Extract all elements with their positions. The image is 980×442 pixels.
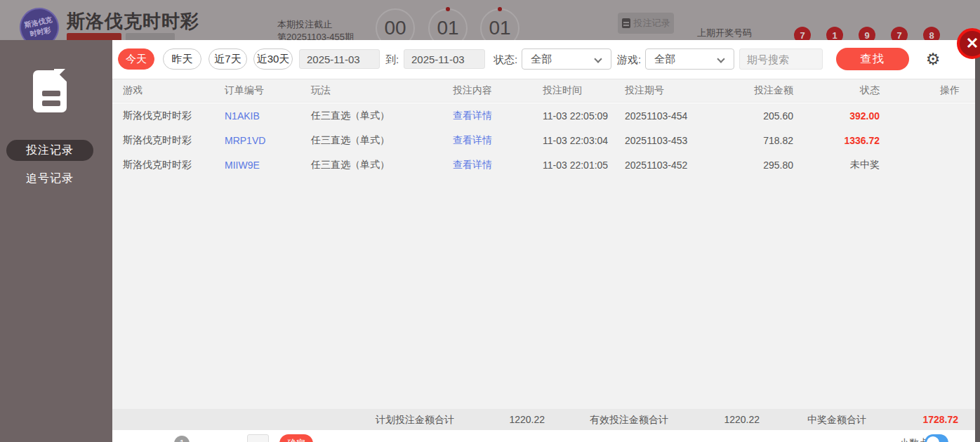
game-select[interactable]: 全部 <box>645 48 734 70</box>
valid-total-value: 1220.22 <box>675 414 760 425</box>
table-header: 游戏 订单编号 玩法 投注内容 投注时间 投注期号 投注金额 状态 操作 <box>112 79 975 103</box>
filter-bar: 今天 昨天 近7天 近30天 到: 状态: 全部 游戏: 全部 查找 ⚙ <box>112 40 975 78</box>
bet-record-button[interactable]: 投注记录 <box>618 13 674 34</box>
date-to-label: 到: <box>385 53 399 67</box>
cell-game: 斯洛伐克时时彩 <box>123 134 225 147</box>
decimal-toggle-knob <box>927 436 939 442</box>
col-amount: 投注金额 <box>709 84 793 97</box>
chevron-down-icon <box>717 55 724 63</box>
bet-records-modal: 今天 昨天 近7天 近30天 到: 状态: 全部 游戏: 全部 查找 ⚙ 游戏 … <box>112 40 975 442</box>
sidebar-item-label: 追号记录 <box>26 171 74 186</box>
cell-play: 任三直选（单式） <box>311 159 453 171</box>
last-draw-label: 上期开奖号码 <box>697 27 752 39</box>
filter-last30days-button[interactable]: 近30天 <box>253 48 293 70</box>
bet-record-button-label: 投注记录 <box>634 17 670 30</box>
status-select-value: 全部 <box>531 53 552 66</box>
page-jump-button[interactable]: 确定 <box>279 434 313 442</box>
current-page-button[interactable]: 1 <box>174 436 190 442</box>
col-time: 投注时间 <box>543 84 625 97</box>
date-from-input[interactable] <box>299 49 380 69</box>
page-header-underlay: 斯洛伐克 时时彩 斯洛伐克时时彩 本期投注截止 第20251103-455期 0… <box>0 0 980 40</box>
records-icon-line <box>42 91 60 96</box>
deadline-label: 本期投注截止 <box>277 18 332 31</box>
sidebar-item-bet-records[interactable]: 投注记录 <box>6 140 93 161</box>
countdown-minutes: 01 <box>428 8 468 40</box>
page-title: 斯洛伐克时时彩 <box>67 9 199 34</box>
countdown-dot <box>498 7 502 11</box>
records-sidebar: 投注记录 追号记录 <box>0 40 112 442</box>
order-no-link[interactable]: N1AKIB <box>225 110 311 122</box>
overlay-edge <box>975 40 980 442</box>
countdown-hours: 00 <box>376 8 415 40</box>
cell-period: 20251103-452 <box>625 160 709 171</box>
document-icon <box>622 18 630 28</box>
records-icon-fold <box>54 69 65 80</box>
col-order-no: 订单编号 <box>225 84 311 97</box>
status-select[interactable]: 全部 <box>522 48 611 70</box>
countdown-dot <box>446 7 450 11</box>
win-total-label: 中奖金额合计 <box>807 414 866 427</box>
col-play: 玩法 <box>311 84 453 97</box>
period-search-input[interactable] <box>739 48 823 70</box>
cell-status: 1336.72 <box>793 135 880 146</box>
draw-number-ball: 8 <box>923 27 940 40</box>
plan-total-value: 1220.22 <box>461 414 545 425</box>
first-page-button[interactable]: « <box>130 437 136 442</box>
table-row: 斯洛伐克时时彩 N1AKIB 任三直选（单式） 查看详情 11-03 22:05… <box>112 103 975 128</box>
order-no-link[interactable]: MIIW9E <box>225 160 311 171</box>
cell-amount: 295.80 <box>709 160 793 171</box>
date-to-input[interactable] <box>404 49 485 69</box>
draw-number-ball: 7 <box>891 27 908 40</box>
game-filter-label: 游戏: <box>617 53 641 67</box>
view-details-link[interactable]: 查看详情 <box>453 159 543 171</box>
col-game: 游戏 <box>123 84 225 97</box>
view-details-link[interactable]: 查看详情 <box>453 110 543 122</box>
view-details-link[interactable]: 查看详情 <box>453 134 543 147</box>
countdown-seconds: 01 <box>480 8 519 40</box>
cell-time: 11-03 22:05:09 <box>543 110 625 122</box>
cell-play: 任三直选（单式） <box>311 134 453 147</box>
draw-number-ball: 9 <box>859 27 875 40</box>
gear-icon[interactable]: ⚙ <box>923 49 943 69</box>
col-period: 投注期号 <box>625 84 709 97</box>
prev-page-button[interactable]: ‹ <box>154 437 159 442</box>
col-content: 投注内容 <box>453 84 543 97</box>
decimal-toggle[interactable] <box>925 434 948 442</box>
cell-amount: 718.82 <box>709 135 793 146</box>
draw-number-ball: 1 <box>826 27 843 40</box>
cell-status: 392.00 <box>793 110 880 122</box>
table-row: 斯洛伐克时时彩 MIIW9E 任三直选（单式） 查看详情 11-03 22:01… <box>112 152 975 177</box>
status-filter-label: 状态: <box>494 53 517 67</box>
header-tag-button-gray[interactable] <box>126 33 175 40</box>
chevron-down-icon <box>594 55 602 63</box>
current-period-number: 第20251103-455期 <box>277 31 354 40</box>
cell-time: 11-03 22:03:04 <box>543 135 625 146</box>
next-page-button[interactable]: › <box>204 437 208 442</box>
filter-last7days-button[interactable]: 近7天 <box>208 48 247 70</box>
last-page-button[interactable]: » <box>223 437 230 442</box>
win-total-value: 1728.72 <box>874 414 958 425</box>
filter-yesterday-button[interactable]: 昨天 <box>163 48 201 70</box>
cell-status: 未中奖 <box>793 159 880 171</box>
game-select-value: 全部 <box>654 53 675 66</box>
search-button[interactable]: 查找 <box>836 48 909 70</box>
valid-total-label: 有效投注金额合计 <box>590 414 668 427</box>
sidebar-item-label: 投注记录 <box>26 143 74 158</box>
cell-period: 20251103-454 <box>625 110 709 122</box>
filter-today-button[interactable]: 今天 <box>118 48 154 70</box>
cell-play: 任三直选（单式） <box>311 110 453 122</box>
col-action: 操作 <box>880 84 960 97</box>
plan-total-label: 计划投注金额合计 <box>376 414 454 427</box>
cell-period: 20251103-453 <box>625 135 709 146</box>
cell-game: 斯洛伐克时时彩 <box>123 159 225 171</box>
sidebar-item-chase-records[interactable]: 追号记录 <box>6 168 93 189</box>
cell-amount: 205.60 <box>709 110 793 122</box>
totals-bar: 计划投注金额合计 1220.22 有效投注金额合计 1220.22 中奖金额合计… <box>112 409 975 430</box>
col-status: 状态 <box>793 84 880 97</box>
page-jump-input[interactable] <box>247 434 269 442</box>
records-icon-line <box>42 100 60 106</box>
header-tag-button-red[interactable] <box>67 33 121 40</box>
order-no-link[interactable]: MRP1VD <box>225 135 311 146</box>
pagination: « ‹ 1 › » 确定 小数点 <box>112 430 975 442</box>
draw-number-ball: 7 <box>794 27 811 40</box>
